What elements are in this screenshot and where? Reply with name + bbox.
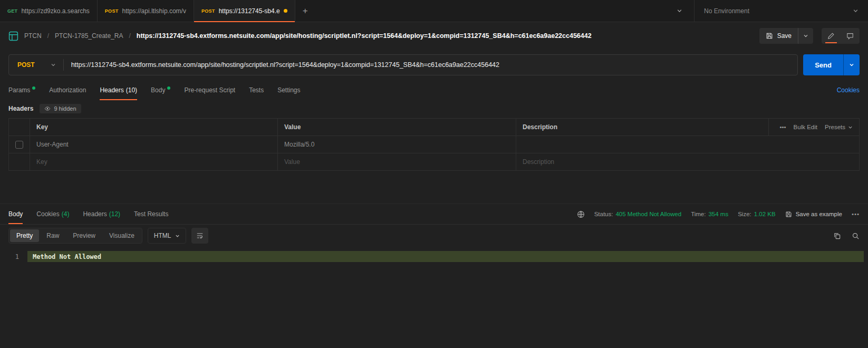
response-body-text[interactable]: Method Not Allowed [27, 251, 864, 262]
unsaved-changes-dot [284, 9, 287, 13]
presets-dropdown[interactable]: Presets [825, 124, 853, 130]
hidden-headers-toggle[interactable]: 9 hidden [40, 104, 81, 113]
tab-body-label: Body [151, 86, 165, 94]
headers-section-title: Headers [8, 105, 33, 112]
tab-prerequest-script[interactable]: Pre-request Script [184, 80, 235, 100]
app-window: GET https://zd9zko.a.searchs POST https:… [0, 0, 868, 348]
new-value-input[interactable]: Value [278, 153, 516, 171]
request-builder: POST Send [0, 50, 868, 80]
tab-headers[interactable]: Headers (10) [100, 80, 137, 100]
tab-body[interactable]: Body [151, 80, 170, 100]
save-button[interactable]: Save [759, 28, 798, 44]
headers-table: Key Value Description ••• Bulk Edit Pres… [8, 118, 860, 171]
select-all-cell[interactable] [9, 119, 30, 136]
size-indicator: Size: 1.02 KB [738, 211, 776, 217]
breadcrumb-separator: / [129, 32, 130, 40]
pane-splitter[interactable] [0, 171, 868, 204]
tab-label: https://zd9zko.a.searchs [21, 7, 89, 15]
view-raw-button[interactable]: Raw [40, 229, 65, 242]
save-as-example-button[interactable]: Save as example [785, 211, 842, 218]
save-split-button: Save [759, 28, 813, 44]
breadcrumb-collection[interactable]: PTCN-1785_Create_RA [55, 32, 123, 40]
tab-authorization[interactable]: Authorization [49, 80, 86, 100]
tabbar-right: No Environment [665, 0, 868, 22]
chevron-down-icon [848, 125, 853, 130]
response-cookies-label: Cookies [36, 210, 59, 218]
response-tab-test-results[interactable]: Test Results [134, 204, 168, 224]
size-value: 1.02 KB [754, 211, 776, 217]
column-key: Key [30, 119, 278, 136]
save-options-button[interactable] [798, 28, 813, 44]
status-label: Status: [594, 211, 613, 217]
request-tab-2[interactable]: POST https://api.ltlship.com/v [98, 0, 194, 22]
chevron-down-icon [677, 8, 682, 14]
header-key-cell[interactable]: User-Agent [30, 136, 278, 153]
cookies-link[interactable]: Cookies [837, 80, 860, 100]
response-tab-body[interactable]: Body [8, 204, 23, 224]
method-dropdown[interactable]: POST [9, 61, 63, 69]
tab-label: https://1312745-sb4.e [219, 7, 280, 15]
send-button[interactable]: Send [803, 54, 843, 75]
chevron-down-icon [803, 33, 808, 38]
row-select-cell[interactable] [9, 136, 30, 153]
request-title[interactable]: https://1312745-sb4.extforms.netsuite.co… [137, 32, 754, 40]
tab-tests-label: Tests [249, 86, 264, 94]
eye-icon [44, 105, 51, 112]
request-header-row: PTCN / PTCN-1785_Create_RA / https://131… [0, 22, 868, 50]
url-bar: POST [8, 54, 798, 75]
header-row-user-agent: User-Agent Mozilla/5.0 [9, 136, 860, 153]
save-button-label: Save [777, 32, 792, 40]
header-value-cell[interactable]: Mozilla/5.0 [278, 136, 516, 153]
response-headers-count: (12) [109, 210, 120, 218]
comments-panel-button[interactable] [841, 28, 860, 44]
view-preview-button[interactable]: Preview [66, 229, 102, 242]
response-more-actions-icon[interactable]: ••• [852, 211, 860, 217]
url-input[interactable] [64, 61, 798, 69]
comment-icon [846, 32, 854, 40]
search-icon[interactable] [852, 232, 860, 240]
response-tabs: Body Cookies (4) Headers (12) Test Resul… [0, 204, 868, 225]
breadcrumb-workspace[interactable]: PTCN [24, 32, 42, 40]
column-value: Value [278, 119, 516, 136]
method-value: POST [17, 61, 35, 69]
bulk-edit-button[interactable]: Bulk Edit [794, 124, 817, 130]
wrap-text-button[interactable] [191, 228, 208, 244]
format-dropdown[interactable]: HTML [148, 228, 186, 244]
row-checkbox[interactable] [15, 141, 23, 149]
new-description-input[interactable]: Description [516, 153, 860, 171]
headers-section-header: Headers 9 hidden [0, 100, 868, 117]
status-indicator: Status: 405 Method Not Allowed [594, 211, 681, 217]
view-visualize-button[interactable]: Visualize [103, 229, 141, 242]
header-actions: Save [759, 28, 860, 44]
tab-tests[interactable]: Tests [249, 80, 264, 100]
time-label: Time: [691, 211, 706, 217]
send-options-button[interactable] [843, 54, 860, 75]
tab-settings[interactable]: Settings [277, 80, 300, 100]
tab-overflow-button[interactable] [665, 0, 694, 22]
response-toolbar-right [833, 232, 860, 240]
more-actions-icon[interactable]: ••• [780, 124, 786, 130]
line-number: 1 [0, 253, 27, 260]
tab-params[interactable]: Params [8, 80, 35, 100]
edit-panel-button[interactable] [822, 28, 841, 44]
environment-selector[interactable]: No Environment [694, 0, 868, 22]
request-tab-1[interactable]: GET https://zd9zko.a.searchs [0, 0, 98, 22]
new-key-input[interactable]: Key [30, 153, 278, 171]
response-body-viewer[interactable]: 1 Method Not Allowed [0, 247, 868, 348]
new-tab-button[interactable]: + [295, 0, 315, 22]
request-config-tabs: Params Authorization Headers (10) Body P… [0, 80, 868, 100]
method-badge-post: POST [105, 8, 119, 14]
request-tab-3-active[interactable]: POST https://1312745-sb4.e [194, 0, 295, 22]
response-view-switcher: Pretty Raw Preview Visualize [8, 228, 142, 244]
globe-icon[interactable] [577, 210, 585, 218]
modified-indicator-dot [32, 86, 35, 90]
view-pretty-button[interactable]: Pretty [10, 229, 39, 242]
copy-icon[interactable] [833, 232, 841, 240]
environment-name: No Environment [704, 7, 749, 15]
response-toolbar: Pretty Raw Preview Visualize HTML [0, 225, 868, 247]
response-tab-cookies[interactable]: Cookies (4) [36, 204, 69, 224]
header-description-cell[interactable] [516, 136, 860, 153]
response-tab-headers[interactable]: Headers (12) [83, 204, 120, 224]
method-badge-get: GET [7, 8, 17, 14]
save-icon [785, 211, 792, 218]
